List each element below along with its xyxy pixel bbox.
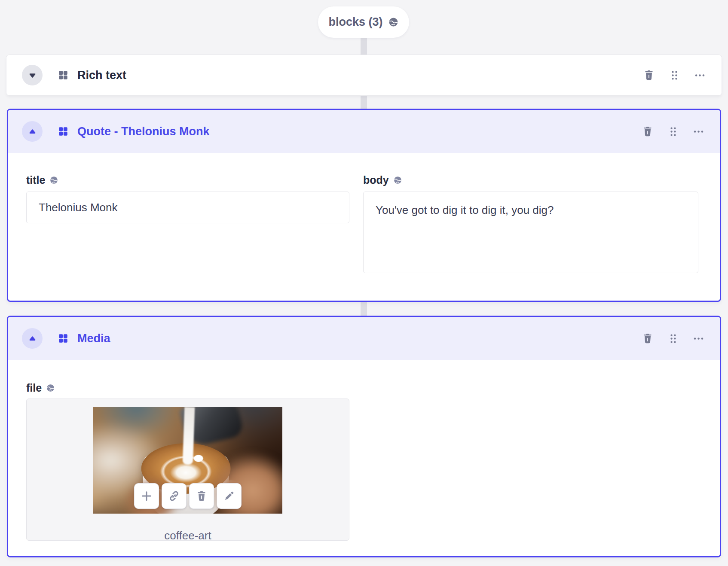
ellipsis-icon bbox=[694, 70, 706, 81]
trash-icon bbox=[642, 332, 654, 344]
localized-globe-icon bbox=[49, 176, 58, 185]
block-row-media: Media file bbox=[7, 316, 721, 557]
field-title: title bbox=[26, 173, 349, 223]
collapse-toggle-button[interactable] bbox=[22, 65, 43, 85]
field-file: file bbox=[26, 381, 349, 541]
drag-handle-icon bbox=[669, 70, 680, 81]
link-file-button[interactable] bbox=[162, 483, 187, 509]
link-icon bbox=[168, 490, 180, 502]
blocks-field-pill: blocks (3) bbox=[318, 6, 409, 38]
blocks-field-label: blocks (3) bbox=[328, 15, 382, 29]
upload-toolbar bbox=[134, 483, 242, 509]
delete-block-button[interactable] bbox=[642, 125, 654, 137]
field-label-title: title bbox=[26, 174, 45, 186]
localized-globe-icon bbox=[46, 383, 55, 393]
ellipsis-icon bbox=[693, 126, 704, 137]
block-title: Rich text bbox=[77, 69, 126, 82]
blocks-editor: blocks (3) Rich text bbox=[0, 0, 728, 566]
chevron-down-icon bbox=[28, 71, 37, 80]
block-type-grid-icon bbox=[58, 333, 69, 344]
plus-icon bbox=[140, 490, 153, 502]
field-body: body You've got to dig it to dig it, you… bbox=[363, 173, 698, 273]
block-type-grid-icon bbox=[58, 70, 69, 81]
localized-globe-icon bbox=[393, 176, 402, 185]
block-title: Media bbox=[77, 332, 110, 345]
block-type-grid-icon bbox=[58, 126, 69, 137]
more-options-button[interactable] bbox=[694, 70, 706, 81]
title-input[interactable] bbox=[26, 192, 349, 223]
more-options-button[interactable] bbox=[693, 126, 704, 137]
trash-icon bbox=[642, 125, 654, 137]
block-content-media: file bbox=[8, 360, 720, 556]
ellipsis-icon bbox=[693, 333, 704, 344]
trash-icon bbox=[643, 69, 655, 81]
drag-handle-icon bbox=[667, 126, 679, 137]
block-header-quote[interactable]: Quote - Thelonius Monk bbox=[8, 110, 720, 153]
field-label-file: file bbox=[26, 382, 42, 394]
more-options-button[interactable] bbox=[693, 333, 704, 344]
delete-block-button[interactable] bbox=[642, 332, 654, 344]
block-header-media[interactable]: Media bbox=[8, 317, 720, 360]
add-file-button[interactable] bbox=[134, 483, 159, 509]
drag-handle[interactable] bbox=[667, 333, 679, 344]
block-title: Quote - Thelonius Monk bbox=[77, 125, 209, 138]
chevron-up-icon bbox=[28, 127, 37, 136]
filename-label: coffee-art bbox=[27, 529, 349, 542]
globe-icon bbox=[388, 17, 399, 27]
chevron-up-icon bbox=[28, 334, 37, 343]
block-header-rich-text[interactable]: Rich text bbox=[6, 55, 722, 95]
field-label-body: body bbox=[363, 174, 389, 186]
remove-file-button[interactable] bbox=[189, 483, 214, 509]
delete-block-button[interactable] bbox=[643, 69, 655, 81]
block-row-quote: Quote - Thelonius Monk title bbox=[7, 109, 721, 302]
upload-thumbnail-wrap bbox=[93, 407, 282, 514]
drag-handle-icon bbox=[667, 333, 679, 344]
block-row-rich-text: Rich text bbox=[6, 55, 722, 96]
drag-handle[interactable] bbox=[669, 70, 680, 81]
collapse-toggle-button[interactable] bbox=[22, 328, 43, 349]
trash-icon bbox=[196, 490, 208, 502]
drag-handle[interactable] bbox=[667, 126, 679, 137]
edit-file-button[interactable] bbox=[217, 483, 242, 509]
body-textarea[interactable]: You've got to dig it to dig it, you dig? bbox=[363, 192, 698, 273]
block-content-quote: title body You've got to dig it to dig i… bbox=[8, 153, 720, 301]
collapse-toggle-button[interactable] bbox=[22, 121, 43, 142]
pencil-icon bbox=[223, 490, 235, 502]
file-upload-card: coffee-art bbox=[26, 399, 349, 541]
